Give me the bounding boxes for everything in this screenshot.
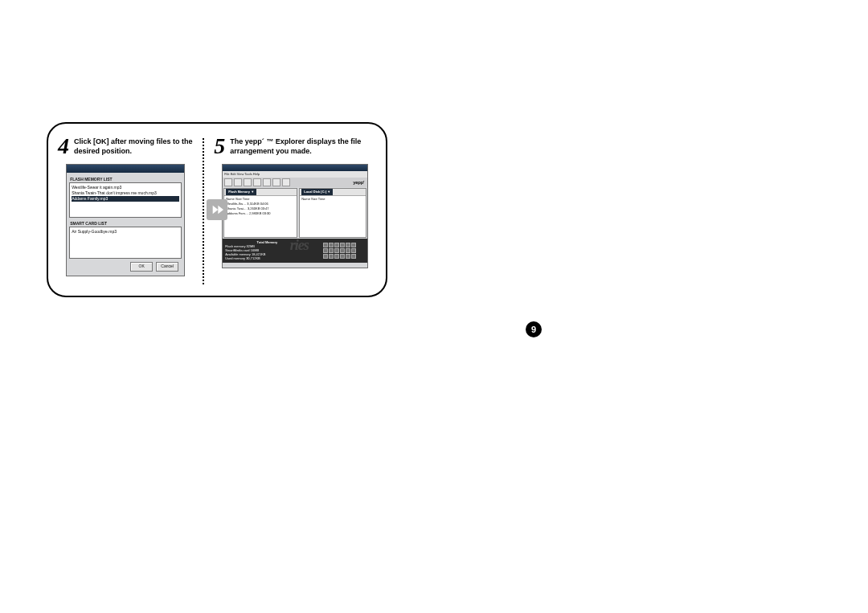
instruction-panel: 4 Click [OK] after moving files to the d… [47, 122, 387, 297]
list-item: Westlife-Swear it again.mp3 [72, 185, 179, 190]
cancel-button[interactable]: Cancel [156, 262, 178, 272]
step-5-text: The yepp´ ™ Explorer displays the file a… [230, 137, 376, 156]
toolbar-button[interactable] [253, 178, 261, 186]
list-item-selected: Addams Family.mp3 [72, 196, 179, 202]
status-grid [312, 239, 367, 263]
toolbar-button[interactable] [272, 178, 280, 186]
explorer-menubar: File Edit View Tools Help [223, 171, 367, 178]
flash-list-label: FLASH MEMORY LIST [70, 177, 182, 182]
local-disk-pane: Local Disk [C:] ▼ Name Size Time [299, 188, 366, 238]
toolbar-button[interactable] [234, 178, 242, 186]
toolbar-button[interactable] [224, 178, 232, 186]
table-row: Addams Fam… 2,980KB 03:30 [226, 211, 295, 216]
status-line: Used memory 30,712KB [225, 256, 309, 260]
pane-tab-flash: Flash Memory ▼ [226, 189, 256, 195]
yepp-logo: yepp' [353, 180, 366, 185]
page-number: 9 [531, 325, 536, 334]
step-4-number: 4 [58, 137, 69, 156]
explorer-titlebar [223, 165, 367, 171]
step-4-text: Click [OK] after moving files to the des… [74, 137, 193, 156]
status-info: Total Memory Flash memory 32MB SmartMedi… [223, 239, 312, 263]
step-5-head: 5 The yepp´ ™ Explorer displays the file… [214, 137, 376, 156]
next-arrow-icon [207, 199, 227, 220]
list-item: Shania Twain-That don't impress me much.… [72, 190, 179, 196]
toolbar-button[interactable] [263, 178, 271, 186]
pane-tab-local: Local Disk [C:] ▼ [301, 189, 333, 195]
pane-header-left: Flash Memory ▼ [224, 189, 297, 196]
ok-button[interactable]: OK [130, 262, 153, 272]
explorer-toolbar: yepp' [223, 178, 367, 187]
series-watermark: ries [290, 243, 309, 247]
toolbar-button[interactable] [244, 178, 252, 186]
pane-table-left: Name Size Time Westlife-Sw… 3,514KB 04:0… [224, 196, 297, 217]
dialog-button-row: OK Cancel [69, 262, 182, 272]
explorer-panes: Flash Memory ▼ Name Size Time Westlife-S… [223, 187, 367, 239]
flash-memory-pane: Flash Memory ▼ Name Size Time Westlife-S… [223, 188, 297, 238]
dialog-body: FLASH MEMORY LIST Westlife-Swear it agai… [67, 173, 184, 274]
list-item: Air Supply-Goodbye.mp3 [72, 229, 179, 235]
explorer-statusbar: Total Memory Flash memory 32MB SmartMedi… [223, 239, 367, 263]
step-5-column: 5 The yepp´ ™ Explorer displays the file… [204, 124, 386, 296]
pane-table-right: Name Size Time [300, 196, 366, 202]
step-4-head: 4 Click [OK] after moving files to the d… [58, 137, 193, 156]
manual-page: 4 Click [OK] after moving files to the d… [0, 0, 868, 613]
page-number-badge: 9 [526, 321, 542, 337]
card-listbox: Air Supply-Goodbye.mp3 [69, 227, 182, 259]
memory-grid-icon [323, 243, 356, 259]
step-5-number: 5 [214, 137, 225, 156]
pane-header-right: Local Disk [C:] ▼ [300, 189, 366, 196]
table-columns: Name Size Time [301, 197, 364, 202]
dialog-titlebar [67, 165, 184, 173]
explorer-screenshot: File Edit View Tools Help yepp' [222, 164, 368, 268]
step-4-column: 4 Click [OK] after moving files to the d… [48, 124, 203, 296]
dialog-screenshot: FLASH MEMORY LIST Westlife-Swear it agai… [66, 164, 185, 276]
card-list-label: SMART CARD LIST [70, 221, 182, 226]
flash-listbox: Westlife-Swear it again.mp3 Shania Twain… [69, 182, 182, 218]
toolbar-button[interactable] [282, 178, 290, 186]
